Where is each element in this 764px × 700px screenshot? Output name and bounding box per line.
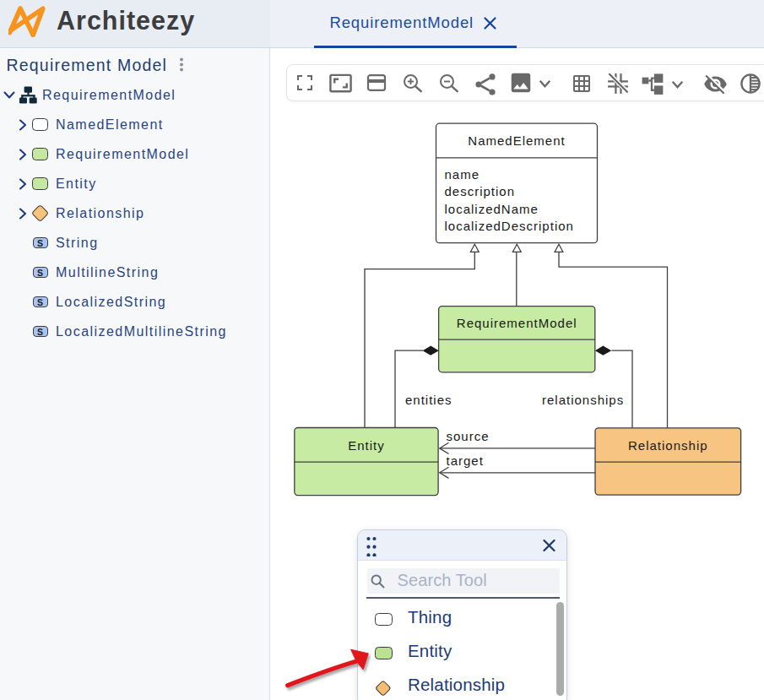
svg-text:localizedName: localizedName: [445, 202, 539, 216]
svg-text:entities: entities: [405, 393, 452, 407]
svg-text:target: target: [447, 453, 484, 468]
svg-text:description: description: [445, 184, 516, 198]
svg-text:localizedDescription: localizedDescription: [445, 219, 574, 233]
svg-text:NamedElement: NamedElement: [468, 133, 565, 148]
svg-text:Entity: Entity: [348, 438, 385, 453]
svg-text:Relationship: Relationship: [628, 438, 708, 453]
svg-text:source: source: [447, 429, 490, 443]
svg-text:RequirementModel: RequirementModel: [457, 316, 577, 330]
svg-text:name: name: [445, 167, 480, 182]
svg-text:relationships: relationships: [542, 393, 624, 407]
